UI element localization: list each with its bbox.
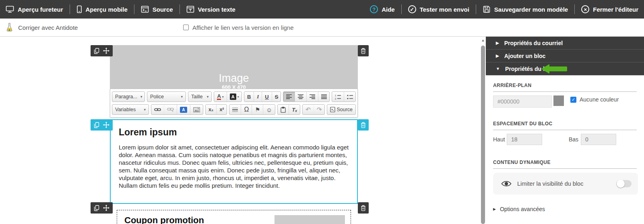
size-value: Taille [191, 94, 203, 100]
visibility-toggle[interactable] [616, 180, 632, 187]
coupon-block[interactable]: Coupon promotion [117, 210, 351, 224]
color-swatch[interactable] [553, 95, 564, 106]
bold-button[interactable]: B [244, 92, 254, 102]
divider [493, 168, 637, 169]
background-color-button[interactable]: A ▾ [227, 92, 242, 102]
size-dropdown[interactable]: Taille ▾ [188, 91, 212, 102]
secondary-toolbar: Corriger avec Antidote Afficher le lien … [0, 19, 644, 37]
background-color-input[interactable] [493, 95, 552, 108]
flag-button[interactable]: ⚑ [252, 105, 263, 114]
accordion-add-block[interactable]: ▶ Ajouter un bloc [486, 50, 644, 62]
spacing-top-input[interactable] [507, 134, 542, 145]
toolbar-row-1: Paragra... ▾ Police ▾ Taille ▾ A ▾ [112, 90, 356, 103]
bullet-list-icon [347, 94, 353, 100]
text-version-button[interactable]: Version texte [186, 6, 235, 13]
coupon-block-delete-button[interactable] [358, 202, 369, 214]
superscript-button[interactable]: x² [216, 105, 227, 114]
variables-dropdown[interactable]: Variables ▾ [112, 104, 149, 115]
image-block-placeholder[interactable]: Image 600 X 470 [110, 45, 358, 89]
duplicate-icon[interactable] [94, 205, 99, 211]
collapsed-triangle-icon: ▶ [496, 41, 499, 45]
block-properties-panel: ARRIÈRE-PLAN ✓ Aucune couleur ESPACEMENT… [486, 75, 644, 224]
anchor-button[interactable]: A [177, 105, 190, 114]
help-button[interactable]: ? Aide [370, 5, 395, 13]
antidote-button[interactable]: Corriger avec Antidote [6, 19, 78, 36]
test-send-button[interactable]: ✓ Tester mon envoi [408, 5, 469, 13]
scroll-up-arrow[interactable]: ▲ [480, 38, 486, 42]
source-button[interactable]: Source [141, 6, 173, 13]
text-version-label: Version texte [198, 6, 235, 13]
bullet-list-button[interactable] [344, 92, 356, 102]
insert-group: Ω ⚑ ☺ [229, 104, 275, 115]
redo-button[interactable]: ↷ [314, 105, 325, 114]
text-color-button[interactable]: A ▾ [214, 92, 226, 102]
paragraph-format-dropdown[interactable]: Paragra... ▾ [112, 91, 145, 102]
save-icon [483, 5, 491, 13]
text-block-body: Lorem ipsum dolor sit amet, consectetuer… [119, 143, 349, 189]
test-send-label: Tester mon envoi [420, 6, 469, 13]
special-character-button[interactable]: Ω [241, 105, 252, 114]
align-center-button[interactable] [295, 92, 306, 102]
source-label: Source [153, 6, 173, 13]
align-right-button[interactable] [306, 92, 318, 102]
align-left-button[interactable] [283, 92, 295, 102]
close-editor-button[interactable]: × Fermer l'éditeur [581, 5, 638, 13]
align-right-icon [310, 94, 315, 99]
link-button[interactable] [151, 105, 164, 114]
text-block-actions [91, 119, 113, 131]
image-placeholder-label: Image [219, 73, 249, 85]
duplicate-icon[interactable] [94, 122, 99, 128]
strikethrough-button[interactable]: S [272, 92, 281, 102]
advanced-options-button[interactable]: ▶ Options avancées [493, 206, 545, 212]
browser-preview-button[interactable]: Aperçu fureteur [6, 5, 63, 13]
color-group: A ▾ A ▾ [214, 91, 242, 102]
source-group: Source [327, 104, 356, 115]
source-window-icon [141, 6, 149, 13]
image-block-delete-button[interactable] [358, 45, 369, 56]
numbered-list-button[interactable]: 1 2 [332, 92, 344, 102]
link-icon [154, 108, 161, 112]
divider [493, 130, 637, 130]
anchor-icon: A [180, 107, 187, 113]
text-block-editor[interactable]: Lorem ipsum Lorem ipsum dolor sit amet, … [110, 119, 358, 204]
divider [493, 91, 637, 92]
text-block-delete-button[interactable] [358, 119, 369, 131]
move-icon[interactable] [103, 205, 109, 211]
svg-text:2: 2 [335, 97, 336, 100]
properties-sidebar: ▶ Propriétés du courriel ▶ Ajouter un bl… [486, 37, 644, 224]
block-properties-label: Propriétés du bloc [505, 66, 555, 72]
chevron-down-icon: ▾ [181, 95, 183, 99]
scrollbar-thumb[interactable] [481, 46, 485, 224]
subscript-button[interactable]: x₂ [206, 105, 217, 114]
underline-button[interactable]: U [262, 92, 271, 102]
accordion-email-properties[interactable]: ▶ Propriétés du courriel [486, 37, 644, 50]
italic-button[interactable]: I [254, 92, 262, 102]
divider [70, 4, 70, 14]
paste-button[interactable] [278, 105, 289, 114]
unlink-button[interactable] [164, 105, 177, 114]
insert-image-button[interactable] [190, 105, 203, 114]
move-icon[interactable] [103, 48, 109, 54]
remove-format-button[interactable]: Tₓ [289, 105, 300, 114]
move-icon[interactable] [103, 122, 109, 128]
online-version-checkbox[interactable] [183, 25, 189, 30]
save-template-button[interactable]: Sauvegarder mon modèle [483, 5, 568, 13]
trash-icon [361, 122, 366, 128]
source-code-button[interactable]: Source [327, 105, 355, 114]
online-version-label: Afficher le lien vers la version en lign… [192, 24, 294, 31]
background-section-heading: ARRIÈRE-PLAN [493, 83, 531, 88]
undo-button[interactable]: ↶ [303, 105, 314, 114]
font-dropdown[interactable]: Police ▾ [147, 91, 186, 102]
save-template-label: Sauvegarder mon modèle [494, 6, 568, 13]
duplicate-icon[interactable] [94, 48, 99, 54]
trash-icon [361, 48, 366, 54]
accordion-block-properties[interactable]: ▼ Propriétés du bloc [486, 62, 644, 75]
collapsed-triangle-icon: ▶ [496, 54, 499, 58]
smiley-button[interactable]: ☺ [263, 105, 275, 114]
horizontal-rule-button[interactable] [229, 105, 241, 114]
spacing-bottom-input[interactable] [581, 134, 616, 145]
justify-button[interactable] [318, 92, 330, 102]
mobile-preview-button[interactable]: Aperçu mobile [76, 5, 128, 13]
undo-group: ↶ ↷ [302, 104, 325, 115]
no-color-checkbox[interactable]: ✓ [570, 97, 576, 103]
